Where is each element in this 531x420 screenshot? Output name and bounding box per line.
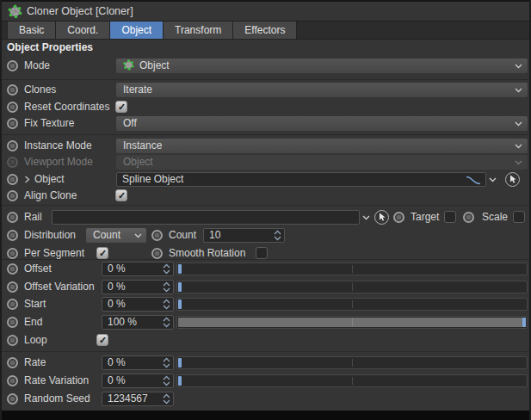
- tab-effectors[interactable]: Effectors: [233, 22, 297, 39]
- chevron-down-icon: [515, 59, 522, 77]
- slider-center-tick: [352, 318, 353, 326]
- keyframe-dot-icon[interactable]: [151, 230, 163, 241]
- offset-variation-label: Offset Variation: [24, 280, 95, 294]
- slider-handle[interactable]: [178, 282, 182, 292]
- keyframe-dot-icon[interactable]: [7, 393, 18, 405]
- object-link-field[interactable]: Spline Object: [116, 172, 486, 187]
- tab-basic[interactable]: Basic: [7, 22, 56, 39]
- start-value: 0 %: [108, 298, 126, 310]
- tab-coord[interactable]: Coord.: [56, 22, 110, 39]
- keyframe-dot-icon[interactable]: [7, 357, 18, 368]
- per-segment-label: Per Segment: [24, 246, 84, 261]
- per-segment-checkbox[interactable]: [96, 247, 108, 259]
- object-label: Object: [34, 172, 65, 187]
- mode-dropdown[interactable]: Object: [116, 59, 528, 73]
- target-label: Target: [411, 210, 439, 225]
- rate-variation-label: Rate Variation: [24, 374, 89, 388]
- keyframe-dot-icon[interactable]: [7, 84, 18, 96]
- offset-variation-slider[interactable]: [176, 281, 528, 293]
- up-down-stepper-icon[interactable]: [163, 299, 170, 313]
- slider-center-tick: [352, 359, 353, 367]
- up-down-stepper-icon[interactable]: [163, 263, 170, 278]
- offset-slider[interactable]: [176, 262, 528, 275]
- chevron-down-icon: [134, 228, 142, 247]
- up-down-stepper-icon[interactable]: [163, 317, 170, 331]
- offset-field[interactable]: 0 %: [102, 262, 174, 276]
- offset-variation-value: 0 %: [108, 281, 126, 293]
- title-bar: Cloner Object [Cloner]: [0, 2, 531, 21]
- slider-handle[interactable]: [178, 300, 182, 309]
- rate-field[interactable]: 0 %: [102, 355, 174, 370]
- chevron-down-icon[interactable]: [489, 172, 497, 190]
- disclosure-chevron-icon[interactable]: [24, 172, 30, 190]
- instance-mode-dropdown[interactable]: Instance: [116, 139, 528, 153]
- loop-label: Loop: [24, 333, 47, 348]
- keyframe-dot-icon[interactable]: [7, 118, 18, 129]
- keyframe-dot-icon[interactable]: [7, 140, 18, 151]
- keyframe-dot-icon[interactable]: [7, 174, 18, 185]
- reset-coordinates-checkbox[interactable]: [115, 101, 127, 113]
- rate-variation-slider[interactable]: [176, 374, 528, 387]
- slider-handle[interactable]: [178, 264, 182, 274]
- fix-texture-dropdown[interactable]: Off: [116, 116, 528, 131]
- cloner-icon: [8, 4, 22, 22]
- panel-bottom-edge: [0, 411, 531, 420]
- keyframe-dot-icon[interactable]: [7, 102, 18, 113]
- keyframe-dot-icon[interactable]: [393, 212, 404, 223]
- tab-object[interactable]: Object: [110, 22, 164, 39]
- rail-link-field[interactable]: [52, 210, 360, 225]
- pick-cursor-button[interactable]: [505, 172, 520, 187]
- instance-mode-label: Instance Mode: [24, 139, 92, 153]
- keyframe-dot-icon[interactable]: [7, 335, 18, 346]
- slider-handle[interactable]: [178, 376, 182, 386]
- pick-cursor-button[interactable]: [374, 210, 389, 225]
- keyframe-dot-icon[interactable]: [7, 190, 18, 201]
- scale-label: Scale: [482, 210, 508, 225]
- offset-variation-field[interactable]: 0 %: [102, 280, 174, 294]
- end-slider[interactable]: [176, 316, 528, 329]
- separator: [0, 351, 531, 352]
- up-down-stepper-icon[interactable]: [163, 375, 170, 390]
- keyframe-dot-icon[interactable]: [151, 248, 163, 259]
- tab-transform[interactable]: Transform: [164, 22, 233, 39]
- keyframe-dot-icon[interactable]: [7, 212, 18, 223]
- count-field[interactable]: 10: [203, 228, 285, 243]
- end-field[interactable]: 100 %: [102, 315, 174, 330]
- keyframe-dot-icon[interactable]: [7, 281, 18, 293]
- slider-handle[interactable]: [522, 318, 526, 327]
- keyframe-dot-icon[interactable]: [7, 230, 18, 241]
- keyframe-dot-icon[interactable]: [7, 248, 18, 259]
- scale-checkbox[interactable]: [513, 211, 525, 223]
- keyframe-dot-icon[interactable]: [7, 299, 18, 310]
- target-checkbox[interactable]: [444, 211, 456, 223]
- rate-slider[interactable]: [176, 356, 528, 369]
- mode-value: Object: [139, 59, 170, 73]
- up-down-stepper-icon[interactable]: [163, 281, 170, 296]
- keyframe-dot-icon[interactable]: [7, 317, 18, 328]
- keyframe-dot-icon[interactable]: [463, 212, 474, 223]
- chevron-down-icon[interactable]: [362, 210, 370, 228]
- loop-checkbox[interactable]: [96, 334, 108, 346]
- viewport-mode-dropdown: Object: [116, 155, 528, 170]
- up-down-stepper-icon[interactable]: [163, 393, 170, 408]
- window-title: Cloner Object [Cloner]: [27, 2, 133, 21]
- random-seed-field[interactable]: 1234567: [102, 392, 174, 406]
- start-slider[interactable]: [176, 298, 528, 311]
- chevron-down-icon: [515, 116, 522, 135]
- clones-dropdown[interactable]: Iterate: [116, 83, 528, 97]
- end-value: 100 %: [108, 316, 137, 328]
- align-clone-checkbox[interactable]: [115, 189, 127, 201]
- start-field[interactable]: 0 %: [102, 297, 174, 312]
- keyframe-dot-icon[interactable]: [7, 263, 18, 275]
- up-down-stepper-icon[interactable]: [163, 357, 170, 372]
- distribution-dropdown[interactable]: Count: [86, 228, 146, 243]
- object-link-value: Spline Object: [122, 173, 183, 185]
- up-down-stepper-icon[interactable]: [274, 230, 281, 244]
- keyframe-dot-icon[interactable]: [7, 375, 18, 386]
- smooth-rotation-checkbox[interactable]: [256, 247, 268, 259]
- smooth-rotation-label: Smooth Rotation: [169, 246, 245, 261]
- rate-variation-field[interactable]: 0 %: [102, 374, 174, 388]
- slider-handle[interactable]: [178, 358, 182, 368]
- keyframe-dot-icon[interactable]: [7, 60, 18, 71]
- section-title: Object Properties: [7, 41, 93, 53]
